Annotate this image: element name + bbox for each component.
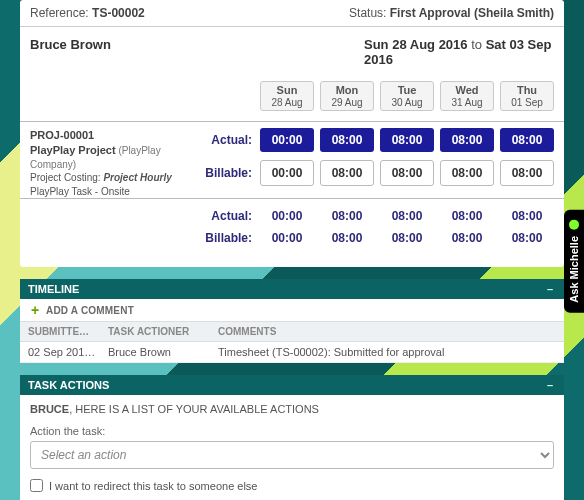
row-comments: Timesheet (TS-00002): Submitted for appr… (218, 346, 556, 358)
status-label: Status: (349, 6, 386, 20)
billable-input[interactable] (260, 160, 314, 186)
billable-input[interactable] (440, 160, 494, 186)
presence-dot-icon (569, 220, 579, 230)
task-actions-panel: TASK ACTIONS – BRUCE, HERE IS A LIST OF … (20, 375, 564, 500)
timeline-panel: TIMELINE – + ADD A COMMENT SUBMITTE… TAS… (20, 279, 564, 363)
header-reference-status: Reference: TS-00002 Status: First Approv… (20, 0, 564, 27)
range-start: Sun 28 Aug 2016 (364, 37, 468, 52)
timesheet-panel: Reference: TS-00002 Status: First Approv… (20, 0, 564, 267)
project-entry-row: PROJ-00001 PlayPlay Project (PlayPlay Co… (20, 122, 564, 199)
minimize-icon[interactable]: – (544, 283, 556, 295)
sum-billable-label: Billable: (182, 231, 254, 245)
task-actions-title: TASK ACTIONS (28, 379, 109, 391)
project-name: PlayPlay Project (30, 144, 116, 156)
date-range: Sun 28 Aug 2016 to Sat 03 Sep 2016 (364, 37, 554, 67)
task-actions-bar[interactable]: TASK ACTIONS – (20, 375, 564, 395)
sum-actual: 08:00 (320, 209, 374, 223)
col-comments: COMMENTS (218, 326, 556, 337)
sum-billable: 00:00 (260, 231, 314, 245)
timeline-header: SUBMITTE… TASK ACTIONER COMMENTS (20, 322, 564, 342)
project-task: PlayPlay Task - Onsite (30, 185, 180, 199)
sum-billable: 08:00 (320, 231, 374, 245)
actual-value[interactable]: 08:00 (440, 128, 494, 152)
person-name: Bruce Brown (30, 37, 111, 52)
day-header[interactable]: Thu01 Sep (500, 81, 554, 111)
timeline-bar[interactable]: TIMELINE – (20, 279, 564, 299)
actions-instruction: BRUCE, HERE IS A LIST OF YOUR AVAILABLE … (30, 403, 554, 415)
reference-label: Reference: (30, 6, 89, 20)
add-comment-row[interactable]: + ADD A COMMENT (20, 299, 564, 322)
billable-input[interactable] (320, 160, 374, 186)
row-submitted: 02 Sep 201… (28, 346, 108, 358)
sum-billable: 08:00 (380, 231, 434, 245)
row-actioner: Bruce Brown (108, 346, 218, 358)
minimize-icon[interactable]: – (544, 379, 556, 391)
sum-billable: 08:00 (500, 231, 554, 245)
timeline-row: 02 Sep 201… Bruce Brown Timesheet (TS-00… (20, 342, 564, 363)
redirect-checkbox[interactable] (30, 479, 43, 492)
plus-icon: + (28, 303, 42, 317)
project-code: PROJ-00001 (30, 128, 180, 143)
actual-value[interactable]: 08:00 (320, 128, 374, 152)
actual-value[interactable]: 00:00 (260, 128, 314, 152)
range-to: to (471, 37, 482, 52)
sum-billable: 08:00 (440, 231, 494, 245)
billable-label: Billable: (182, 166, 254, 180)
timeline-title: TIMELINE (28, 283, 79, 295)
actual-value[interactable]: 08:00 (380, 128, 434, 152)
billable-input[interactable] (380, 160, 434, 186)
day-header[interactable]: Mon29 Aug (320, 81, 374, 111)
instruction-name: BRUCE (30, 403, 69, 415)
redirect-label: I want to redirect this task to someone … (49, 480, 258, 492)
sum-actual: 08:00 (500, 209, 554, 223)
costing-value: Project Hourly (103, 172, 171, 183)
status-value: First Approval (Sheila Smith) (390, 6, 554, 20)
action-select[interactable]: Select an action (30, 441, 554, 469)
action-field-label: Action the task: (30, 425, 554, 437)
day-headers: Sun28 Aug Mon29 Aug Tue30 Aug Wed31 Aug … (20, 77, 564, 122)
entry-grid: Actual: 00:00 08:00 08:00 08:00 08:00 Bi… (180, 128, 554, 194)
ask-tab[interactable]: Ask Michelle (564, 210, 584, 313)
col-submitted: SUBMITTE… (28, 326, 108, 337)
reference-value: TS-00002 (92, 6, 145, 20)
ask-label: Ask Michelle (568, 236, 580, 303)
actual-value[interactable]: 08:00 (500, 128, 554, 152)
instruction-rest: , HERE IS A LIST OF YOUR AVAILABLE ACTIO… (69, 403, 319, 415)
summary-row: Actual: 00:00 08:00 08:00 08:00 08:00 Bi… (20, 199, 564, 267)
day-header[interactable]: Tue30 Aug (380, 81, 434, 111)
costing-label: Project Costing: (30, 172, 101, 183)
day-header[interactable]: Sun28 Aug (260, 81, 314, 111)
actual-label: Actual: (182, 133, 254, 147)
project-info: PROJ-00001 PlayPlay Project (PlayPlay Co… (30, 128, 180, 198)
sum-actual: 08:00 (380, 209, 434, 223)
col-actioner: TASK ACTIONER (108, 326, 218, 337)
add-comment-link[interactable]: ADD A COMMENT (46, 305, 134, 316)
sum-actual: 08:00 (440, 209, 494, 223)
person-date-row: Bruce Brown Sun 28 Aug 2016 to Sat 03 Se… (20, 27, 564, 77)
billable-input[interactable] (500, 160, 554, 186)
sum-actual: 00:00 (260, 209, 314, 223)
sum-actual-label: Actual: (182, 209, 254, 223)
day-header[interactable]: Wed31 Aug (440, 81, 494, 111)
